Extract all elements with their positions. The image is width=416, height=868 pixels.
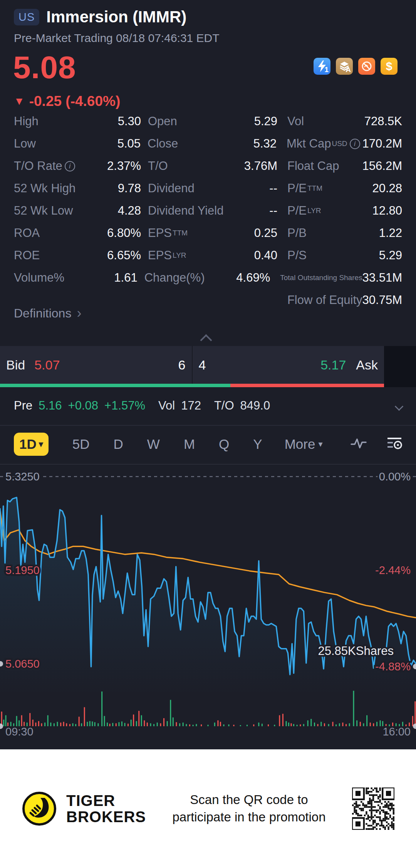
premarket-summary-row[interactable]: Pre 5.16 +0.08 +1.57% Vol 172 T/O 849.0 bbox=[14, 395, 402, 417]
volume-bar bbox=[121, 722, 122, 726]
volume-bar bbox=[131, 720, 132, 726]
chart-edge-handle[interactable] bbox=[0, 724, 3, 729]
y-axis-price-mid: 5.1950 bbox=[5, 564, 40, 576]
stat-value: 5.05 bbox=[117, 137, 141, 151]
chart-edge-handle[interactable] bbox=[413, 724, 416, 729]
cash-icon[interactable]: $ bbox=[381, 58, 398, 75]
tab-y[interactable]: Y bbox=[253, 437, 262, 452]
bid-cell: Bid 5.07 6 bbox=[0, 346, 193, 384]
info-icon[interactable]: i bbox=[350, 139, 360, 149]
down-triangle-icon: ▼ bbox=[14, 95, 25, 107]
tab-d[interactable]: D bbox=[114, 437, 123, 452]
volume-bar bbox=[3, 720, 4, 726]
collapse-stats-button[interactable] bbox=[202, 336, 210, 346]
indicator-settings-icon[interactable] bbox=[387, 437, 402, 452]
y-axis-price-bottom: 5.0650 bbox=[5, 658, 40, 670]
volume-bar bbox=[186, 724, 187, 726]
bid-ask-panel[interactable]: Bid 5.07 6 4 5.17 Ask bbox=[0, 346, 384, 387]
stat-cell: ROA6.80% bbox=[14, 226, 141, 240]
intraday-chart[interactable]: 5.32500.00%5.1950-2.44%5.0650-4.88%25.85… bbox=[0, 465, 416, 745]
stat-value: 170.2M bbox=[362, 137, 402, 151]
pre-change-pct: +1.57% bbox=[104, 399, 145, 413]
price-change-value: -0.25 (-4.60%) bbox=[29, 93, 121, 109]
stat-value: 12.80 bbox=[372, 204, 402, 218]
stat-cell: 52 Wk Low4.28 bbox=[14, 204, 141, 218]
stat-cell: T/O3.76M bbox=[148, 159, 277, 173]
tab-1d[interactable]: 1D ▾ bbox=[14, 433, 49, 456]
stat-label: Mkt Cap bbox=[287, 137, 331, 151]
volume-bar bbox=[66, 723, 67, 726]
volume-bar bbox=[153, 724, 154, 726]
stat-cell: Open5.29 bbox=[148, 114, 277, 128]
stat-cell: Dividend-- bbox=[148, 181, 277, 195]
volume-bar bbox=[89, 721, 91, 726]
tab-5d[interactable]: 5D bbox=[72, 437, 90, 452]
volume-bar bbox=[274, 725, 275, 726]
stat-cell: P/B1.22 bbox=[287, 226, 402, 240]
volume-bar bbox=[214, 723, 215, 727]
volume-bar bbox=[303, 724, 304, 726]
brand-line2: BROKERS bbox=[66, 809, 146, 825]
promo-text: Scan the QR code to participate in the p… bbox=[146, 791, 352, 826]
stat-cell: Volume%1.61 bbox=[14, 271, 138, 285]
volume-bar bbox=[291, 723, 292, 726]
tab-more[interactable]: More ▾ bbox=[285, 437, 323, 452]
volume-bar bbox=[16, 716, 17, 726]
volume-bar bbox=[57, 722, 58, 726]
stat-value: -- bbox=[269, 181, 277, 195]
volume-bar bbox=[297, 725, 298, 726]
stat-label: Total Outstanding Shares bbox=[280, 274, 362, 282]
volume-bar bbox=[240, 725, 241, 726]
volume-bar bbox=[97, 723, 99, 726]
lightning-icon[interactable]: 1 bbox=[314, 58, 330, 75]
stat-value: 5.29 bbox=[254, 114, 277, 128]
info-icon[interactable]: i bbox=[65, 161, 75, 171]
tiger-logo-icon bbox=[22, 791, 57, 826]
stat-label: P/B bbox=[287, 226, 307, 240]
volume-bar bbox=[262, 724, 263, 726]
stat-value: 0.40 bbox=[254, 248, 277, 262]
feature-badges: 1 A $ bbox=[314, 58, 398, 75]
stat-value: 2.37% bbox=[107, 159, 141, 173]
no-day-trade-icon[interactable] bbox=[358, 58, 375, 75]
volume-bar bbox=[373, 723, 374, 726]
stats-row: 52 Wk High9.78Dividend--P/ETTM20.28 bbox=[14, 177, 402, 200]
volume-bar bbox=[310, 719, 312, 726]
expand-premarket-button[interactable] bbox=[396, 399, 402, 413]
tab-q[interactable]: Q bbox=[219, 437, 229, 452]
line-chart-type-icon[interactable] bbox=[351, 438, 367, 451]
stat-cell: Vol728.5K bbox=[287, 114, 402, 128]
tiger-brokers-logo: TIGER BROKERS bbox=[22, 791, 146, 826]
volume-bar bbox=[147, 723, 148, 727]
ask-price: 5.17 bbox=[320, 358, 346, 373]
ask-label: Ask bbox=[356, 358, 378, 373]
volume-bar bbox=[412, 716, 413, 726]
tab-m[interactable]: M bbox=[184, 437, 195, 452]
volume-bar bbox=[29, 713, 30, 726]
bid-ask-ratio-bar bbox=[0, 384, 384, 387]
stat-cell: EPSLYR0.40 bbox=[148, 248, 277, 262]
volume-bar bbox=[339, 723, 340, 726]
bid-ask-side-strip bbox=[384, 346, 416, 387]
volume-bar bbox=[173, 717, 174, 726]
tab-w[interactable]: W bbox=[147, 437, 160, 452]
definitions-link[interactable]: Definitions › bbox=[14, 305, 81, 321]
volume-bar bbox=[282, 714, 283, 726]
stat-label: Flow of Equity bbox=[287, 293, 362, 307]
stat-value: 33.51M bbox=[362, 271, 402, 285]
volume-bar bbox=[189, 724, 190, 726]
chevron-up-icon bbox=[200, 334, 212, 346]
stats-row: ROE6.65%EPSLYR0.40P/S5.29 bbox=[14, 244, 402, 267]
volume-bar bbox=[370, 723, 371, 727]
volume-bar bbox=[183, 723, 184, 727]
volume-bar bbox=[92, 722, 93, 726]
volume-bar bbox=[144, 720, 145, 726]
stat-value: 6.80% bbox=[107, 226, 141, 240]
stat-label-superscript: LYR bbox=[307, 207, 321, 215]
stat-label-superscript: TTM bbox=[173, 229, 188, 237]
stat-value: 1.61 bbox=[114, 271, 137, 285]
layers-icon[interactable]: A bbox=[336, 58, 353, 75]
volume-bar bbox=[317, 724, 319, 726]
volume-bar bbox=[320, 722, 322, 726]
volume-bar bbox=[38, 721, 39, 726]
